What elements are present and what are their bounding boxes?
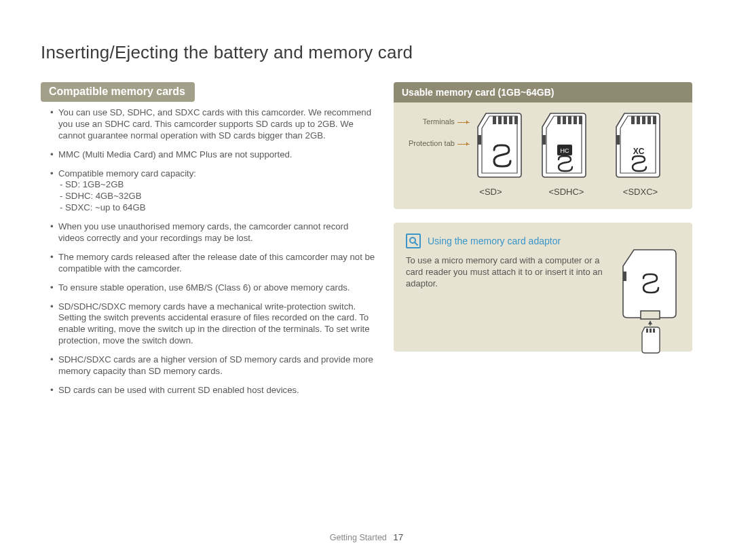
svg-rect-7 <box>563 116 566 124</box>
svg-rect-0 <box>493 116 496 124</box>
footer-section: Getting Started <box>330 533 387 542</box>
annotation-terminals: Terminals <box>423 117 470 126</box>
svg-rect-2 <box>504 116 507 124</box>
svg-rect-1 <box>498 116 502 124</box>
svg-line-22 <box>415 242 417 245</box>
tip-box: Using the memory card adaptor To use a m… <box>394 223 692 352</box>
page-number: 17 <box>393 532 403 542</box>
svg-rect-25 <box>646 329 648 333</box>
list-item: SD cards can be used with current SD ena… <box>50 385 376 396</box>
list-item: SD/SDHC/SDXC memory cards have a mechani… <box>50 301 376 348</box>
svg-rect-24 <box>623 272 626 281</box>
svg-rect-8 <box>568 116 571 124</box>
adaptor-figure <box>619 248 680 360</box>
svg-rect-27 <box>653 329 655 333</box>
bullet-list: You can use SD, SDHC, and SDXC cards wit… <box>41 107 376 396</box>
svg-rect-4 <box>514 116 518 124</box>
list-item: SDHC/SDXC cards are a higher version of … <box>50 354 376 377</box>
magnifier-icon <box>406 234 421 248</box>
svg-rect-5 <box>478 135 481 145</box>
svg-rect-15 <box>637 116 640 124</box>
list-item: The memory cards released after the rele… <box>50 252 376 275</box>
sd-card-icon <box>474 112 529 180</box>
sdxc-label: <SDXC> <box>623 187 658 197</box>
list-item: Compatible memory card capacity: - SD: 1… <box>50 168 376 214</box>
svg-rect-23 <box>641 311 660 319</box>
svg-marker-28 <box>648 320 652 324</box>
list-item: MMC (Multi Media Card) and MMC Plus are … <box>50 149 376 161</box>
svg-rect-11 <box>542 135 546 145</box>
usable-memory-card-box: Usable memory card (1GB~64GB) Terminals … <box>394 82 692 209</box>
tip-title: Using the memory card adaptor <box>428 236 561 246</box>
tip-body: To use a micro memory card with a comput… <box>406 255 603 290</box>
page-footer: Getting Started 17 <box>0 532 733 542</box>
sd-label: <SD> <box>479 187 502 197</box>
svg-rect-18 <box>653 116 656 124</box>
svg-rect-26 <box>650 329 652 333</box>
svg-rect-14 <box>631 116 635 124</box>
sdhc-card-icon: HC <box>538 112 594 180</box>
svg-text:XC: XC <box>633 147 645 156</box>
page-title: Inserting/Ejecting the battery and memor… <box>41 42 692 63</box>
svg-rect-6 <box>557 116 561 124</box>
sdxc-card-icon: XC <box>612 112 668 180</box>
svg-rect-9 <box>574 116 577 124</box>
annotation-protection-tab: Protection tab <box>409 139 470 147</box>
svg-rect-17 <box>647 116 651 124</box>
svg-rect-19 <box>616 135 620 145</box>
svg-rect-3 <box>509 116 512 124</box>
list-item: To ensure stable operation, use 6MB/S (C… <box>50 282 376 294</box>
svg-text:HC: HC <box>561 147 569 154</box>
sdhc-label: <SDHC> <box>548 187 584 197</box>
svg-rect-10 <box>579 116 582 124</box>
section-heading: Compatible memory cards <box>41 82 195 102</box>
list-item: You can use SD, SDHC, and SDXC cards wit… <box>50 107 376 142</box>
svg-rect-16 <box>642 116 645 124</box>
list-item: When you use unauthorised memory cards, … <box>50 221 376 244</box>
usable-memory-heading: Usable memory card (1GB~64GB) <box>394 82 692 102</box>
